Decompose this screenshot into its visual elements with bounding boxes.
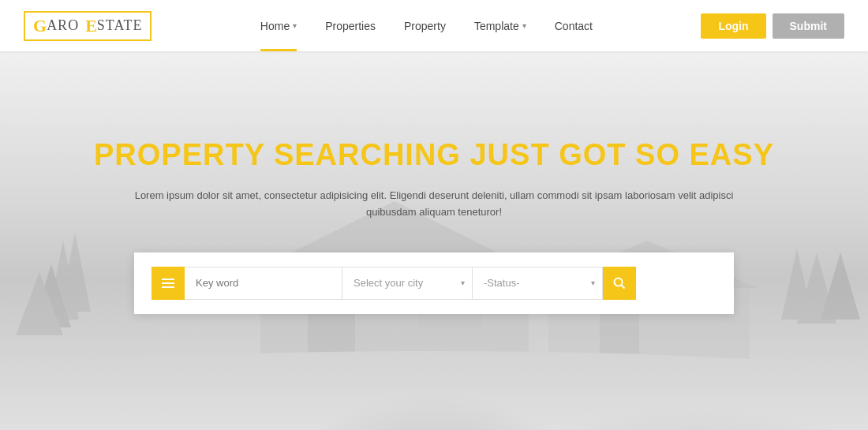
logo-g: G <box>33 16 47 36</box>
search-bar: Select your city ▾ -Status- ▾ <box>134 252 734 314</box>
status-select-wrapper: -Status- ▾ <box>473 267 603 300</box>
nav-item-properties[interactable]: Properties <box>311 0 390 51</box>
chevron-down-icon: ▾ <box>293 21 297 30</box>
login-button[interactable]: Login <box>701 13 765 39</box>
chevron-down-icon: ▾ <box>522 21 526 30</box>
search-keyword-input[interactable] <box>185 267 342 300</box>
search-menu-button[interactable] <box>152 267 185 300</box>
search-icon <box>613 277 626 290</box>
submit-button[interactable]: Submit <box>773 13 844 39</box>
menu-icon <box>162 279 174 288</box>
status-select[interactable]: -Status- <box>473 267 603 300</box>
hero-section: PROPERTY SEARCHING JUST GOT SO EASY Lore… <box>0 51 868 430</box>
search-bar-wrapper: Select your city ▾ -Status- ▾ <box>0 252 868 314</box>
nav-item-contact[interactable]: Contact <box>541 0 607 51</box>
main-nav: Home ▾ Properties Property Template ▾ Co… <box>246 0 607 51</box>
city-select-wrapper: Select your city ▾ <box>342 267 473 300</box>
search-button[interactable] <box>603 267 636 300</box>
nav-buttons: Login Submit <box>701 13 844 39</box>
hero-subtitle: Lorem ipsum dolor sit amet, consectetur … <box>134 188 734 221</box>
logo-e: E <box>85 16 97 36</box>
hero-content: PROPERTY SEARCHING JUST GOT SO EASY Lore… <box>0 51 868 314</box>
logo[interactable]: GARO ESTATE <box>24 11 152 41</box>
nav-item-home[interactable]: Home ▾ <box>246 0 311 51</box>
logo-state: STATE <box>97 17 143 34</box>
header: GARO ESTATE Home ▾ Properties Property T… <box>0 0 868 51</box>
nav-item-property[interactable]: Property <box>390 0 460 51</box>
svg-line-16 <box>621 285 625 289</box>
nav-item-template[interactable]: Template ▾ <box>460 0 541 51</box>
city-select[interactable]: Select your city <box>342 267 473 300</box>
logo-aro: ARO <box>47 17 79 34</box>
hero-title: PROPERTY SEARCHING JUST GOT SO EASY <box>0 138 868 172</box>
